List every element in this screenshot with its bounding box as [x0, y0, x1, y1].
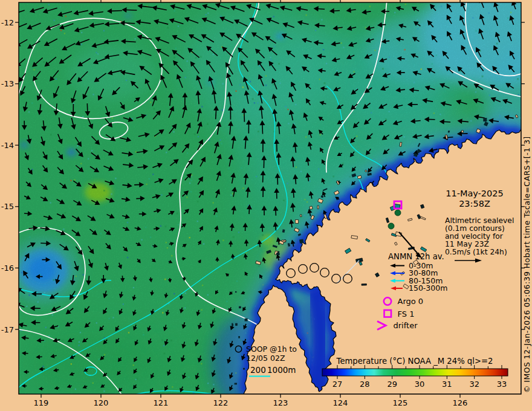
island — [235, 383, 237, 385]
island — [310, 206, 313, 210]
colorbar-gradient-bar — [322, 369, 508, 376]
x-axis-tick-label: 126 — [453, 398, 468, 407]
y-axis-tick-label: -15 — [1, 202, 14, 211]
y-axis-tick-label: -16 — [1, 264, 14, 273]
king-sound-water — [314, 290, 321, 392]
island — [245, 319, 248, 322]
anmn-mooring-dot — [388, 223, 394, 229]
colorbar-tick-label: 30 — [415, 380, 425, 389]
island — [300, 215, 302, 217]
timestamp-time: 23:58Z — [459, 199, 490, 209]
island — [461, 131, 464, 133]
altimetric-note-line: and velocity for — [445, 232, 504, 241]
altimetric-note-line: Altimetric sealevel — [445, 216, 514, 225]
figure: 11-May-2025 23:58Z Altimetric sealevel (… — [0, 0, 532, 411]
x-axis-tick-label: 124 — [333, 398, 348, 407]
colorbar-tick-label: 31 — [442, 380, 452, 389]
soop-legend-line2: 12/05 02Z — [246, 354, 285, 363]
anmn-legend-title: ANMN 12h av. — [388, 252, 444, 261]
island — [317, 206, 319, 209]
y-axis-tick-label: -14 — [1, 141, 14, 150]
x-axis-tick-label: 125 — [393, 398, 408, 407]
altimetric-note-line: 0.5m/s (1kt 24h) — [445, 248, 507, 256]
ocean-map-figure: 11-May-2025 23:58Z Altimetric sealevel (… — [0, 0, 532, 411]
y-axis-tick-label: -13 — [1, 79, 14, 88]
timestamp-date: 11-May-2025 — [446, 189, 504, 198]
bathy-1000-label: 1000m — [267, 365, 296, 375]
y-axis-tick-label: -12 — [1, 18, 14, 27]
x-axis-tick-label: 121 — [154, 398, 169, 407]
y-axis-tick-label: -17 — [1, 325, 14, 334]
argo-legend-label: Argo 0 — [398, 297, 424, 306]
altimetric-note-line: 11 May 23Z — [445, 240, 489, 248]
anmn-mooring-dot — [395, 210, 401, 216]
island — [295, 220, 298, 224]
island — [238, 336, 240, 338]
island — [239, 306, 241, 308]
colorbar-tick-label: 28 — [360, 380, 370, 389]
x-axis-tick-label: 123 — [273, 398, 288, 407]
x-axis-tick-label: 120 — [94, 398, 109, 407]
colorbar-tick-label: 27 — [332, 380, 343, 389]
drifter-legend-label: drifter — [394, 321, 418, 330]
colorbar-tick-label: 29 — [387, 380, 397, 389]
colorbar-title: Temperature (°C) NOAA _M 24% ql>=2 — [336, 357, 493, 366]
colorbar-tick-label: 33 — [497, 380, 507, 389]
island — [232, 323, 233, 327]
x-axis-tick-label: 122 — [213, 398, 229, 407]
island — [235, 323, 238, 326]
fs-legend-label: FS 1 — [398, 309, 415, 319]
altimetric-note-line: (0.1m contours) — [445, 224, 505, 233]
island — [362, 284, 366, 286]
island — [365, 170, 367, 172]
island — [299, 239, 303, 244]
island — [235, 291, 236, 293]
soop-legend-line1: SOOP @1h to — [246, 345, 297, 354]
copyright-vertical-text: © IMOS 12-Jan-2026 05:06:39 Hobart time … — [522, 136, 531, 393]
bathy-200-label: 200 — [250, 365, 266, 375]
island — [483, 118, 487, 121]
x-axis-tick-label: 119 — [34, 398, 49, 407]
island — [243, 368, 245, 370]
anmn-depth-label: 150-300m — [409, 283, 447, 293]
colorbar-tick-label: 32 — [469, 380, 479, 389]
